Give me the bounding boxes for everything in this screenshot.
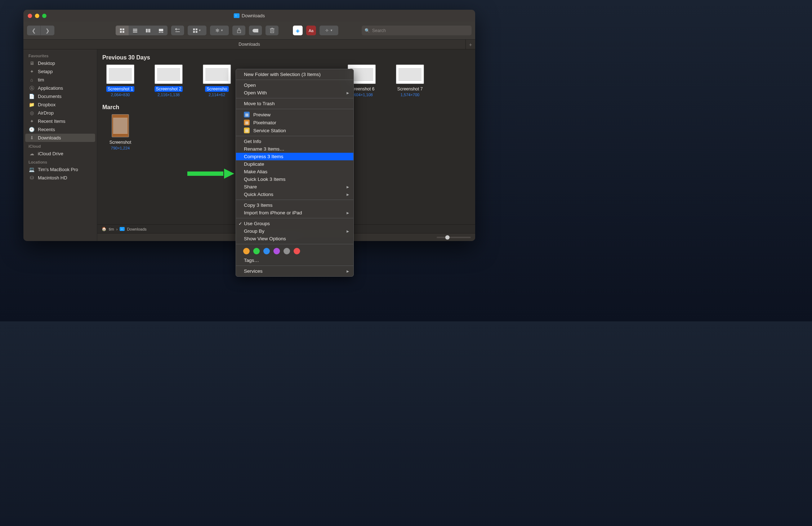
tag-color[interactable] bbox=[263, 248, 270, 254]
share-button[interactable] bbox=[232, 26, 245, 35]
sidebar-item-dropbox[interactable]: 📁Dropbox bbox=[23, 101, 97, 109]
tab-bar: Downloads + bbox=[23, 40, 475, 49]
column-view-button[interactable] bbox=[142, 26, 155, 35]
tag-color[interactable] bbox=[243, 248, 250, 254]
airdrop-icon: ◎ bbox=[28, 110, 35, 116]
menu-item-preview[interactable]: ▦Preview bbox=[236, 111, 353, 119]
icon-view-button[interactable] bbox=[116, 26, 129, 35]
tag-color[interactable] bbox=[253, 248, 260, 254]
sidebar-section-header: iCloud bbox=[23, 142, 97, 150]
tag-button[interactable] bbox=[249, 26, 262, 35]
sidebar-item-documents[interactable]: 📄Documents bbox=[23, 92, 97, 101]
file-item[interactable]: Screensho 2,114×62 bbox=[199, 64, 235, 97]
app-icon: ▦ bbox=[244, 128, 250, 133]
svg-rect-10 bbox=[159, 29, 163, 31]
sidebar-item-label: Documents bbox=[38, 94, 62, 99]
sidebar-item-recent-items[interactable]: ✦Recent Items bbox=[23, 117, 97, 125]
menu-separator bbox=[236, 266, 353, 266]
list-view-button[interactable] bbox=[129, 26, 142, 35]
menu-separator bbox=[236, 200, 353, 200]
dropbox-button[interactable]: ✧ ▼ bbox=[320, 26, 338, 35]
sidebar-item-macintosh-hd[interactable]: ⛁Macintosh HD bbox=[23, 174, 97, 182]
svg-rect-0 bbox=[120, 28, 122, 30]
menu-item-tags[interactable]: Tags… bbox=[236, 257, 353, 264]
tag-color[interactable] bbox=[273, 248, 280, 254]
thumbnail bbox=[203, 64, 231, 84]
sidebar-item-applications[interactable]: ⒶApplications bbox=[23, 84, 97, 92]
arrange-button[interactable]: ▼ bbox=[188, 26, 206, 35]
menu-item-quick-look-3-items[interactable]: Quick Look 3 Items bbox=[236, 175, 353, 183]
svg-rect-12 bbox=[161, 32, 162, 33]
menu-item-open[interactable]: Open bbox=[236, 81, 353, 89]
path-folder[interactable]: Downloads bbox=[127, 227, 146, 231]
menu-item-services[interactable]: Services bbox=[236, 267, 353, 275]
sidebar-item-recents[interactable]: 🕘Recents bbox=[23, 125, 97, 134]
sidebar-item-label: Tim's MacBook Pro bbox=[38, 167, 78, 172]
zoom-slider[interactable] bbox=[437, 237, 471, 238]
search-field[interactable]: 🔍 Search bbox=[362, 26, 472, 35]
recents-icon: 🕘 bbox=[28, 127, 35, 132]
menu-item-show-view-options[interactable]: Show View Options bbox=[236, 235, 353, 242]
sidebar-item-label: Recent Items bbox=[38, 119, 66, 124]
menu-item-get-info[interactable]: Get Info bbox=[236, 138, 353, 145]
menu-item-use-groups[interactable]: Use Groups bbox=[236, 220, 353, 227]
app-icon-1[interactable]: ◈ bbox=[293, 26, 303, 35]
menu-item-label: Open With bbox=[244, 90, 267, 95]
file-item[interactable]: Screenshot 7 1,574×700 bbox=[392, 64, 428, 97]
gallery-view-button[interactable] bbox=[155, 26, 168, 35]
titlebar: Downloads bbox=[23, 10, 475, 22]
sidebar-item-tim-s-macbook-pro[interactable]: 💻Tim's MacBook Pro bbox=[23, 165, 97, 174]
menu-item-share[interactable]: Share bbox=[236, 183, 353, 191]
tag-color[interactable] bbox=[294, 248, 300, 254]
sidebar-item-icloud-drive[interactable]: ☁iCloud Drive bbox=[23, 150, 97, 158]
menu-item-label: Show View Options bbox=[244, 236, 286, 241]
back-button[interactable]: ❮ bbox=[27, 26, 41, 35]
zoom-button[interactable] bbox=[42, 14, 46, 18]
menu-item-group-by[interactable]: Group By bbox=[236, 227, 353, 235]
file-name: Screenshot 7 bbox=[396, 86, 424, 92]
menu-item-make-alias[interactable]: Make Alias bbox=[236, 168, 353, 175]
menu-item-quick-actions[interactable]: Quick Actions bbox=[236, 191, 353, 198]
group-header: Previous 30 Days bbox=[102, 54, 470, 61]
thumbnail bbox=[106, 64, 134, 84]
svg-rect-2 bbox=[120, 31, 122, 33]
tab-label[interactable]: Downloads bbox=[238, 42, 260, 47]
path-user[interactable]: tim bbox=[109, 227, 114, 231]
file-name: Screenshot bbox=[108, 139, 133, 145]
nav-buttons: ❮ ❯ bbox=[27, 26, 54, 35]
menu-item-move-to-trash[interactable]: Move to Trash bbox=[236, 100, 353, 107]
tag-color[interactable] bbox=[284, 248, 290, 254]
app-icon-dictionary[interactable]: Aa bbox=[306, 26, 316, 35]
sidebar-item-label: Recents bbox=[38, 127, 55, 132]
menu-item-compress-3-items[interactable]: Compress 3 Items bbox=[236, 153, 353, 160]
menu-separator bbox=[236, 80, 353, 80]
thumbnail bbox=[155, 64, 183, 84]
menu-item-pixelmator[interactable]: ▦Pixelmator bbox=[236, 119, 353, 126]
menu-item-import-from-iphone-or-ipad[interactable]: Import from iPhone or iPad bbox=[236, 209, 353, 217]
svg-rect-4 bbox=[133, 29, 137, 30]
file-item[interactable]: Screenshot 1 2,064×830 bbox=[102, 64, 138, 97]
sidebar-item-tim[interactable]: ⌂tim bbox=[23, 76, 97, 84]
action-button[interactable]: ✻ ▼ bbox=[210, 26, 229, 35]
sidebar-item-desktop[interactable]: 🖥Desktop bbox=[23, 59, 97, 67]
forward-button[interactable]: ❯ bbox=[41, 26, 54, 35]
menu-item-new-folder-with-selection-3-items[interactable]: New Folder with Selection (3 Items) bbox=[236, 71, 353, 78]
sidebar-item-airdrop[interactable]: ◎AirDrop bbox=[23, 109, 97, 117]
group-button[interactable] bbox=[171, 26, 184, 35]
new-tab-button[interactable]: + bbox=[465, 40, 475, 49]
menu-item-copy-3-items[interactable]: Copy 3 Items bbox=[236, 201, 353, 209]
sidebar-item-setapp[interactable]: ✦Setapp bbox=[23, 67, 97, 76]
trash-button[interactable] bbox=[266, 26, 278, 35]
close-button[interactable] bbox=[28, 14, 32, 18]
menu-item-service-station[interactable]: ▦Service Station bbox=[236, 126, 353, 134]
file-item[interactable]: Screenshot 790×1,224 bbox=[102, 114, 138, 150]
minimize-button[interactable] bbox=[35, 14, 39, 18]
file-item[interactable]: Screenshot 2 2,116×1,138 bbox=[151, 64, 187, 97]
sidebar-item-label: Setapp bbox=[38, 69, 53, 74]
menu-item-open-with[interactable]: Open With bbox=[236, 89, 353, 97]
sidebar-item-downloads[interactable]: ⬇Downloads bbox=[25, 134, 95, 142]
menu-separator bbox=[236, 98, 353, 98]
menu-item-duplicate[interactable]: Duplicate bbox=[236, 160, 353, 168]
menu-item-rename-3-items[interactable]: Rename 3 Items… bbox=[236, 145, 353, 153]
sidebar-item-label: Applications bbox=[38, 85, 63, 91]
